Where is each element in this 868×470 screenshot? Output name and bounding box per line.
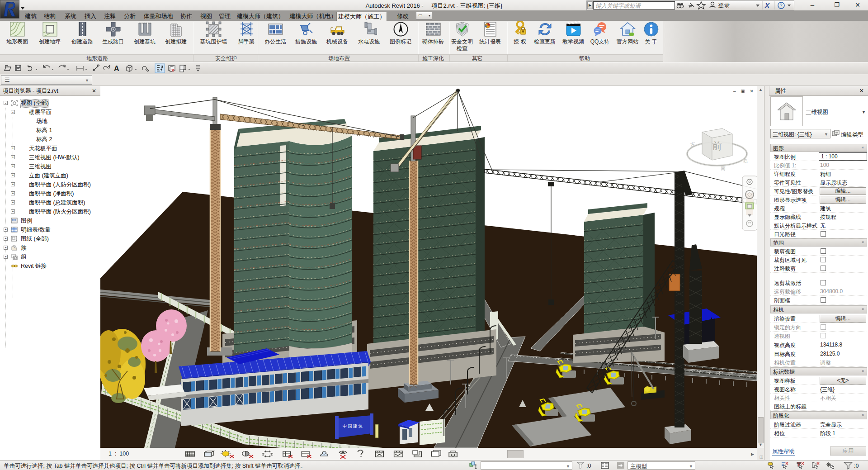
svg-text:前: 前 bbox=[712, 140, 722, 152]
svg-text:A: A bbox=[114, 65, 119, 72]
svg-text:X: X bbox=[764, 1, 770, 9]
svg-text:中 国 建 筑: 中 国 建 筑 bbox=[343, 424, 363, 428]
svg-text:右: 右 bbox=[742, 157, 748, 164]
svg-text:南: 南 bbox=[721, 166, 726, 171]
svg-text:登录: 登录 bbox=[718, 2, 730, 9]
svg-text:左: 左 bbox=[690, 141, 696, 147]
svg-text::0: :0 bbox=[854, 463, 859, 469]
svg-text:?: ? bbox=[780, 3, 783, 8]
